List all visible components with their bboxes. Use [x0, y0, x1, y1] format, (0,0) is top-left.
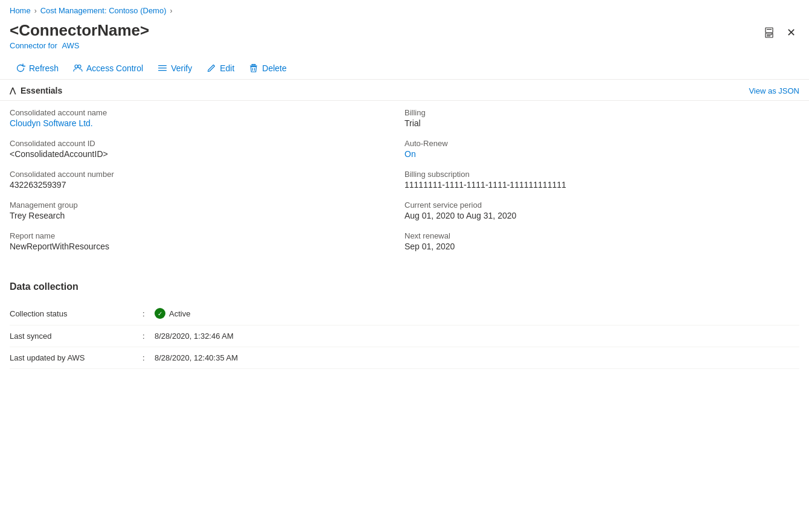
essentials-value-account-id: <ConsolidatedAccountID> [10, 149, 380, 159]
svg-rect-0 [766, 28, 773, 33]
refresh-button[interactable]: Refresh [10, 60, 65, 77]
edit-label: Edit [220, 63, 234, 73]
access-control-icon [73, 63, 83, 73]
essentials-header: ⋀ Essentials View as JSON [0, 80, 809, 101]
essentials-item-billing-subscription: Billing subscription 11111111-1111-1111-… [405, 170, 775, 190]
refresh-label: Refresh [29, 63, 59, 73]
close-icon: ✕ [787, 26, 796, 39]
svg-point-7 [78, 65, 81, 68]
print-icon [764, 27, 775, 38]
essentials-item-account-number: Consolidated account number 432263259397 [10, 170, 380, 190]
dc-sep-3: : [142, 353, 155, 362]
breadcrumb-home[interactable]: Home [10, 6, 31, 15]
dc-label-collection-status: Collection status [10, 309, 142, 318]
breadcrumb: Home › Cost Management: Contoso (Demo) › [0, 0, 809, 19]
dc-value-collection-status: ✓ Active [155, 308, 190, 319]
delete-button[interactable]: Delete [243, 60, 292, 77]
data-collection-table: Collection status : ✓ Active Last synced… [10, 302, 799, 369]
delete-icon [249, 63, 258, 73]
svg-rect-9 [158, 68, 167, 68]
status-active-icon: ✓ [155, 308, 165, 319]
essentials-value-management-group: Trey Research [10, 211, 380, 220]
auto-renew-link[interactable]: On [405, 149, 416, 159]
verify-label: Verify [171, 63, 192, 73]
access-control-label: Access Control [86, 63, 143, 73]
essentials-label-account-id: Consolidated account ID [10, 139, 380, 148]
svg-point-6 [75, 65, 78, 68]
essentials-title: ⋀ Essentials [10, 86, 62, 95]
essentials-label-next-renewal: Next renewal [405, 231, 775, 240]
dc-value-last-synced: 8/28/2020, 1:32:46 AM [155, 332, 234, 341]
account-name-link[interactable]: Cloudyn Software Ltd. [10, 118, 93, 128]
breadcrumb-cost-management[interactable]: Cost Management: Contoso (Demo) [40, 6, 167, 15]
essentials-item-billing: Billing Trial [405, 108, 775, 128]
svg-rect-2 [767, 34, 772, 35]
essentials-label-service-period: Current service period [405, 200, 775, 210]
page-subtitle-highlight: AWS [62, 41, 79, 50]
verify-button[interactable]: Verify [152, 60, 198, 77]
essentials-value-account-name: Cloudyn Software Ltd. [10, 118, 380, 128]
svg-rect-11 [252, 65, 255, 66]
essentials-value-report-name: NewReportWithResources [10, 242, 380, 251]
svg-rect-4 [767, 29, 772, 30]
data-collection-title: Data collection [10, 281, 799, 292]
breadcrumb-sep-1: › [34, 7, 37, 15]
essentials-label-management-group: Management group [10, 200, 380, 210]
refresh-icon [16, 63, 25, 73]
essentials-item-account-id: Consolidated account ID <ConsolidatedAcc… [10, 139, 380, 159]
dc-sep-1: : [142, 309, 155, 318]
page-header: <ConnectorName> Connector for AWS ✕ [0, 19, 809, 57]
essentials-label-account-number: Consolidated account number [10, 170, 380, 179]
essentials-label-account-name: Consolidated account name [10, 108, 380, 117]
page-title-block: <ConnectorName> Connector for AWS [10, 21, 149, 50]
dc-status-text: Active [169, 309, 190, 318]
essentials-label-billing-subscription: Billing subscription [405, 170, 775, 179]
svg-rect-8 [158, 65, 167, 66]
svg-rect-10 [158, 70, 167, 71]
svg-rect-12 [250, 66, 257, 66]
toolbar: Refresh Access Control Veri [0, 57, 809, 80]
essentials-value-next-renewal: Sep 01, 2020 [405, 242, 775, 251]
dc-sep-2: : [142, 332, 155, 341]
essentials-label-report-name: Report name [10, 231, 380, 240]
print-button[interactable] [760, 25, 778, 40]
verify-icon [158, 63, 167, 73]
essentials-item-next-renewal: Next renewal Sep 01, 2020 [405, 231, 775, 251]
dc-row-collection-status: Collection status : ✓ Active [10, 302, 799, 325]
access-control-button[interactable]: Access Control [67, 60, 149, 77]
page-subtitle: Connector for AWS [10, 41, 149, 50]
svg-rect-3 [767, 36, 770, 36]
essentials-item-report-name: Report name NewReportWithResources [10, 231, 380, 251]
essentials-right-col: Billing Trial Auto-Renew On Billing subs… [405, 108, 799, 262]
essentials-value-service-period: Aug 01, 2020 to Aug 31, 2020 [405, 211, 775, 220]
dc-row-last-synced: Last synced : 8/28/2020, 1:32:46 AM [10, 325, 799, 347]
essentials-item-service-period: Current service period Aug 01, 2020 to A… [405, 200, 775, 220]
dc-row-last-updated: Last updated by AWS : 8/28/2020, 12:40:3… [10, 347, 799, 369]
essentials-label-auto-renew: Auto-Renew [405, 139, 775, 148]
page-title: <ConnectorName> [10, 21, 149, 40]
page-container: Home › Cost Management: Contoso (Demo) ›… [0, 0, 809, 532]
essentials-value-billing: Trial [405, 118, 775, 128]
essentials-value-billing-subscription: 11111111-1111-1111-1111-111111111111 [405, 180, 775, 190]
edit-icon [206, 63, 216, 73]
dc-label-last-synced: Last synced [10, 332, 142, 341]
essentials-title-text: Essentials [21, 86, 62, 95]
view-json-link[interactable]: View as JSON [749, 86, 799, 95]
essentials-value-auto-renew: On [405, 149, 775, 159]
edit-button[interactable]: Edit [200, 60, 240, 77]
essentials-item-account-name: Consolidated account name Cloudyn Softwa… [10, 108, 380, 128]
essentials-left-col: Consolidated account name Cloudyn Softwa… [10, 108, 405, 262]
data-collection-section: Data collection Collection status : ✓ Ac… [0, 269, 809, 379]
essentials-chevron-icon: ⋀ [10, 86, 16, 95]
dc-value-last-updated: 8/28/2020, 12:40:35 AM [155, 353, 238, 362]
essentials-item-auto-renew: Auto-Renew On [405, 139, 775, 159]
breadcrumb-sep-2: › [170, 7, 173, 15]
close-button[interactable]: ✕ [783, 24, 799, 42]
page-subtitle-text: Connector for [10, 41, 57, 50]
essentials-label-billing: Billing [405, 108, 775, 117]
dc-label-last-updated: Last updated by AWS [10, 353, 142, 362]
essentials-item-management-group: Management group Trey Research [10, 200, 380, 220]
delete-label: Delete [262, 63, 286, 73]
header-actions: ✕ [760, 21, 799, 42]
essentials-value-account-number: 432263259397 [10, 180, 380, 190]
